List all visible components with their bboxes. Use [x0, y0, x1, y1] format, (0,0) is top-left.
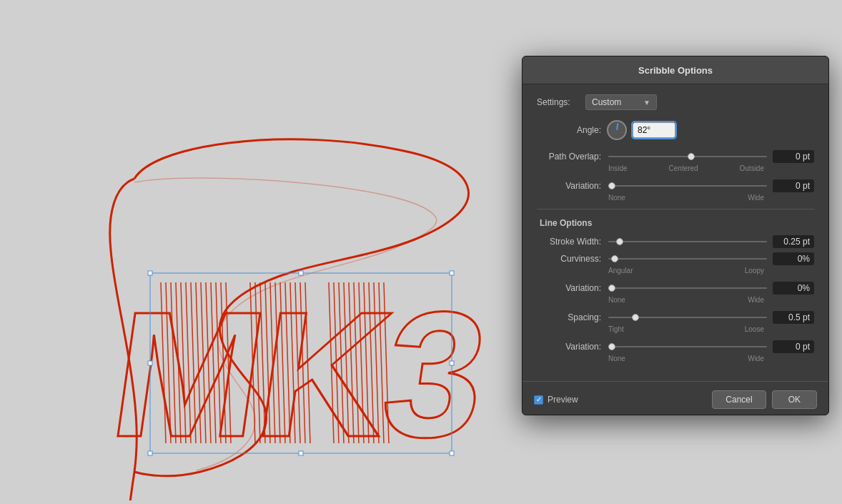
preview-row: ✓ Preview [534, 395, 578, 405]
angle-label: Angle: [537, 125, 601, 135]
curviness-value: 0% [773, 252, 814, 265]
curviness-row: Curviness: 0% [537, 252, 814, 265]
svg-rect-46 [299, 451, 303, 455]
spacing-tight: Tight [608, 325, 624, 333]
variation3-value: 0 pt [773, 340, 814, 353]
curviness-sublabels: Angular Loopy [537, 267, 814, 275]
settings-dropdown[interactable]: Custom ▼ [585, 94, 657, 110]
stroke-width-slider[interactable] [608, 236, 767, 247]
spacing-slider[interactable] [608, 312, 767, 323]
variation3-slider[interactable] [608, 341, 767, 352]
variation2-slider[interactable] [608, 282, 767, 294]
variation3-sublabels: None Wide [537, 355, 814, 362]
variation1-thumb [608, 182, 615, 189]
angle-row: Angle: [537, 120, 814, 140]
curviness-track [608, 258, 767, 260]
spacing-track [608, 317, 767, 318]
variation1-none: None [608, 194, 625, 202]
variation3-section: Variation: 0 pt None Wide [537, 340, 814, 362]
path-overlap-label: Path Overlap: [537, 152, 601, 162]
variation3-thumb [608, 343, 615, 350]
curviness-thumb [611, 255, 618, 262]
curviness-label: Curviness: [537, 254, 601, 264]
stroke-width-row: Stroke Width: 0.25 pt [537, 235, 814, 248]
variation1-sublabels: None Wide [537, 194, 814, 202]
variation2-none: None [608, 296, 625, 304]
variation2-sublabels: None Wide [537, 296, 814, 304]
svg-rect-42 [450, 271, 454, 275]
variation2-row: Variation: 0% [537, 282, 814, 295]
spacing-label: Spacing: [537, 312, 601, 322]
path-overlap-track [608, 156, 767, 157]
path-overlap-inside: Inside [608, 164, 628, 172]
path-overlap-row: Path Overlap: 0 pt [537, 150, 814, 163]
stroke-width-track [608, 241, 767, 242]
dialog-buttons-row: ✓ Preview Cancel OK [522, 381, 828, 415]
curviness-loopy: Loopy [745, 267, 764, 275]
preview-checkbox[interactable]: ✓ [534, 395, 543, 405]
variation1-value: 0 pt [773, 179, 814, 192]
variation3-label: Variation: [537, 342, 601, 352]
variation1-slider[interactable] [608, 180, 767, 192]
variation1-track [608, 185, 767, 187]
variation2-thumb [608, 285, 615, 292]
variation2-section: Variation: 0% None Wide [537, 282, 814, 304]
spacing-value: 0.5 pt [773, 311, 814, 324]
ok-button[interactable]: OK [772, 390, 817, 409]
flag-illustration: MK3 [29, 71, 486, 486]
checkbox-checkmark: ✓ [536, 396, 542, 403]
spacing-sublabels: Tight Loose [537, 325, 814, 333]
variation1-label: Variation: [537, 181, 601, 191]
svg-rect-45 [148, 451, 152, 455]
stroke-width-label: Stroke Width: [537, 237, 601, 247]
path-overlap-value: 0 pt [773, 150, 814, 163]
dialog-titlebar: Scribble Options [522, 56, 828, 84]
chevron-down-icon: ▼ [643, 99, 650, 107]
angle-dial[interactable] [607, 120, 627, 140]
path-overlap-slider[interactable] [608, 151, 767, 162]
spacing-row: Spacing: 0.5 pt [537, 311, 814, 324]
cancel-button[interactable]: Cancel [712, 390, 766, 409]
angle-input[interactable] [633, 122, 675, 138]
path-overlap-section: Path Overlap: 0 pt Inside Centered Outsi… [537, 150, 814, 172]
settings-row: Settings: Custom ▼ [537, 94, 814, 110]
settings-label: Settings: [537, 97, 580, 107]
variation1-wide: Wide [748, 194, 764, 202]
stroke-width-value: 0.25 pt [773, 235, 814, 248]
divider-line-options [537, 209, 814, 209]
svg-rect-41 [299, 271, 303, 275]
spacing-section: Spacing: 0.5 pt Tight Loose [537, 311, 814, 333]
variation2-label: Variation: [537, 283, 601, 293]
curviness-angular: Angular [608, 267, 633, 275]
dialog-action-buttons: Cancel OK [712, 390, 817, 409]
variation3-none: None [608, 355, 625, 362]
dialog-title: Scribble Options [638, 65, 713, 76]
variation3-wide: Wide [748, 355, 764, 362]
path-overlap-outside: Outside [740, 164, 764, 172]
preview-label: Preview [548, 395, 578, 405]
variation3-track [608, 346, 767, 347]
path-overlap-sublabels: Inside Centered Outside [537, 164, 814, 172]
curviness-section: Curviness: 0% Angular Loopy [537, 252, 814, 275]
dialog-body: Settings: Custom ▼ Angle: Path Overlap: … [522, 84, 828, 381]
svg-rect-40 [148, 271, 152, 275]
svg-text:MK3: MK3 [101, 275, 493, 474]
stroke-width-section: Stroke Width: 0.25 pt [537, 235, 814, 248]
svg-rect-44 [450, 361, 454, 365]
variation1-row: Variation: 0 pt [537, 179, 814, 192]
spacing-loose: Loose [745, 325, 764, 333]
line-options-header: Line Options [537, 218, 814, 228]
variation2-wide: Wide [748, 296, 764, 304]
spacing-thumb [632, 314, 639, 321]
path-overlap-centered: Centered [669, 164, 698, 172]
svg-rect-43 [148, 361, 152, 365]
variation3-row: Variation: 0 pt [537, 340, 814, 353]
stroke-width-thumb [616, 238, 623, 245]
curviness-slider[interactable] [608, 253, 767, 265]
variation2-value: 0% [773, 282, 814, 295]
settings-dropdown-value: Custom [592, 97, 640, 107]
scribble-options-dialog: Scribble Options Settings: Custom ▼ Angl… [522, 56, 829, 415]
variation2-track [608, 287, 767, 289]
path-overlap-thumb [688, 153, 695, 160]
variation1-section: Variation: 0 pt None Wide [537, 179, 814, 202]
